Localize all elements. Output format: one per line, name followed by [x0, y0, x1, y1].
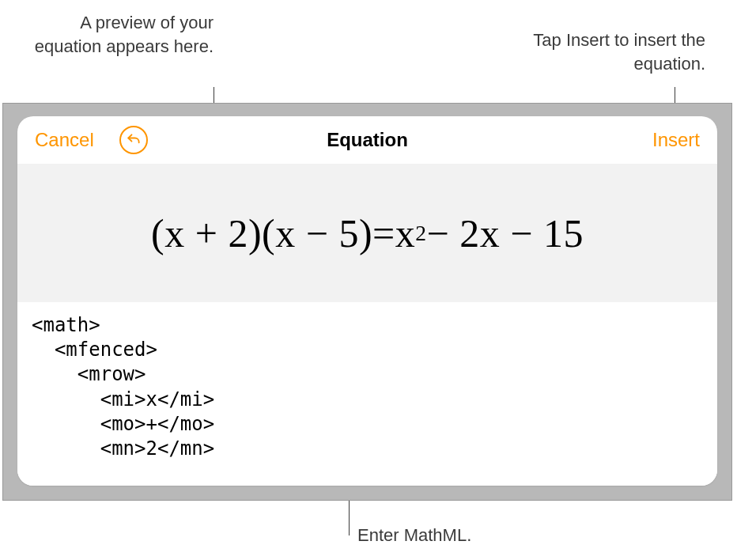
callout-insert: Tap Insert to insert the equation. — [500, 28, 705, 75]
dialog-header: Cancel Equation Insert — [17, 116, 717, 164]
dialog-frame: Cancel Equation Insert (x + 2)(x − 5) = … — [2, 103, 732, 501]
equation-dialog: Cancel Equation Insert (x + 2)(x − 5) = … — [17, 116, 717, 486]
preview-rhs-tail: − 2x − 15 — [427, 210, 584, 256]
insert-button[interactable]: Insert — [652, 129, 700, 151]
equation-preview: (x + 2)(x − 5) = x2 − 2x − 15 — [17, 164, 717, 302]
preview-lhs-factor-2: (x − 5) — [262, 210, 372, 256]
preview-rhs-base: x — [395, 210, 416, 256]
cancel-button[interactable]: Cancel — [35, 129, 94, 151]
preview-lhs-factor-1: (x + 2) — [151, 210, 262, 256]
callout-preview: A preview of your equation appears here. — [32, 11, 214, 58]
callout-mathml: Enter MathML. — [357, 525, 471, 546]
undo-icon — [126, 132, 142, 148]
preview-equals: = — [372, 210, 395, 256]
undo-button[interactable] — [119, 126, 148, 154]
mathml-input[interactable]: <math> <mfenced> <mrow> <mi>x</mi> <mo>+… — [17, 302, 717, 486]
